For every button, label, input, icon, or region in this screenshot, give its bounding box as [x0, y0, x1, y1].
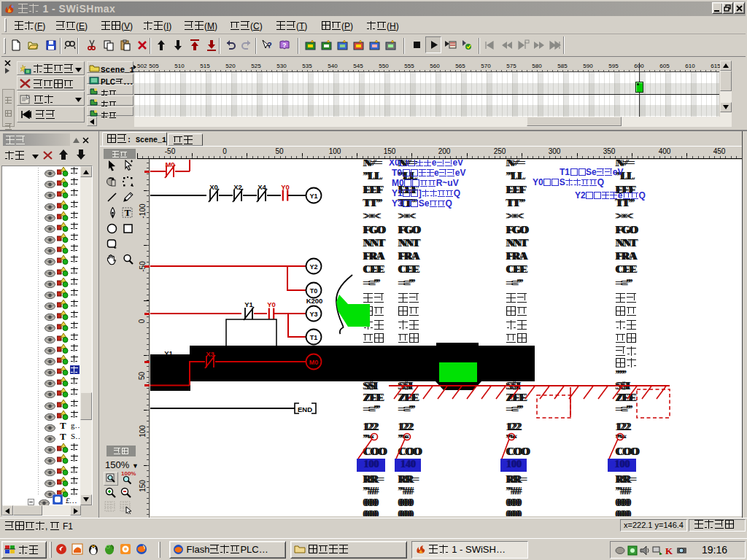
svg-text:X3: X3	[206, 350, 214, 358]
svg-text:Y1: Y1	[309, 192, 317, 200]
svg-text:END: END	[298, 405, 312, 413]
svg-text:T: T	[124, 207, 131, 218]
svg-text:?: ?	[267, 41, 272, 50]
svg-text:Y3: Y3	[309, 311, 317, 318]
svg-text:X4: X4	[258, 183, 266, 191]
svg-text:M0: M0	[165, 160, 174, 168]
svg-text:?: ?	[282, 42, 287, 49]
svg-text:Y1: Y1	[164, 349, 173, 357]
svg-text:K: K	[665, 545, 673, 556]
svg-text:Y0: Y0	[281, 183, 290, 191]
svg-text:Y1: Y1	[244, 300, 253, 308]
svg-text:T0: T0	[310, 287, 318, 295]
svg-text:K200: K200	[306, 297, 323, 305]
svg-text:Y0: Y0	[267, 300, 276, 308]
svg-text:T1: T1	[310, 334, 318, 341]
svg-text:Y2: Y2	[309, 263, 317, 271]
svg-text:X0: X0	[209, 183, 218, 191]
svg-text:M0: M0	[309, 359, 319, 366]
svg-text:X2: X2	[233, 183, 242, 191]
